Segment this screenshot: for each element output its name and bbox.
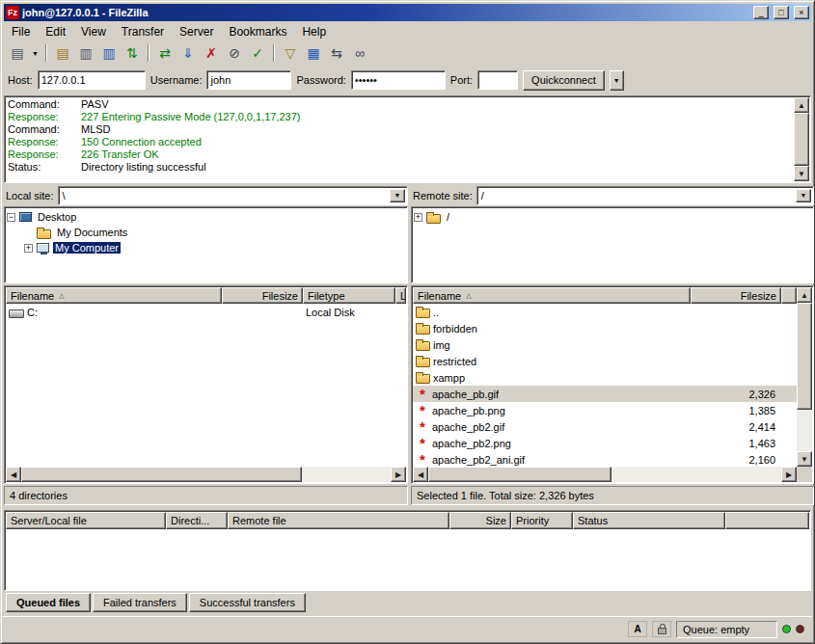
close-button[interactable]: × xyxy=(794,6,809,19)
scroll-down-button[interactable]: ▼ xyxy=(797,451,812,467)
title-bar[interactable]: Fz john@127.0.0.1 - FileZilla _ □ × xyxy=(4,4,811,21)
remote-tree-icon: ▥ xyxy=(102,45,115,61)
directory-comparison-button[interactable]: ▦ xyxy=(302,42,325,64)
remote-file-row[interactable]: restricted xyxy=(413,353,797,369)
site-manager-dropdown-button[interactable]: ▼ xyxy=(29,42,41,64)
scroll-right-button[interactable]: ▶ xyxy=(391,467,406,482)
toggle-queue-button[interactable]: ⇅ xyxy=(121,42,144,64)
scroll-up-button[interactable]: ▲ xyxy=(797,287,812,303)
column-header-filetype[interactable]: Filetype xyxy=(303,287,395,304)
remote-site-row: Remote site: / ▼ xyxy=(411,185,814,205)
tree-item-my-computer[interactable]: + My Computer xyxy=(7,240,405,255)
tree-item-my-documents[interactable]: My Documents xyxy=(7,225,405,240)
remote-horizontal-scrollbar[interactable]: ◀ ▶ xyxy=(413,467,797,482)
remote-site-dropdown-button[interactable]: ▼ xyxy=(796,189,811,202)
tree-item-desktop[interactable]: − Desktop xyxy=(7,209,405,225)
scroll-left-button[interactable]: ◀ xyxy=(6,467,21,482)
tab-successful-transfers[interactable]: Successful transfers xyxy=(189,593,306,612)
scroll-up-button[interactable]: ▲ xyxy=(794,97,809,113)
log-vertical-scrollbar[interactable]: ▲ ▼ xyxy=(794,97,809,181)
find-files-button[interactable]: ∞ xyxy=(348,42,371,64)
remote-status-text: Selected 1 file. Total size: 2,326 bytes xyxy=(411,486,814,505)
maximize-button[interactable]: □ xyxy=(774,6,789,19)
scroll-right-button[interactable]: ▶ xyxy=(781,467,797,482)
local-site-combobox[interactable]: \ ▼ xyxy=(58,186,408,205)
remote-file-row-selected[interactable]: *apache_pb.gif 2,326 xyxy=(413,386,797,402)
site-manager-button[interactable]: ▤ xyxy=(6,42,29,64)
transfer-queue: Server/Local file Directi... Remote file… xyxy=(4,510,811,591)
menu-transfer[interactable]: Transfer xyxy=(114,23,172,40)
file-name: apache_pb2_ani.gif xyxy=(432,454,525,466)
remote-file-row[interactable]: .. xyxy=(413,304,797,320)
remote-file-row[interactable]: *apache_pb2.gif 2,414 xyxy=(413,418,797,435)
remote-file-row[interactable]: forbidden xyxy=(413,320,797,336)
disconnect-button[interactable]: ⊘ xyxy=(223,42,246,64)
file-type-cell: Local Disk xyxy=(303,307,395,318)
expand-toggle-icon[interactable]: + xyxy=(414,213,422,222)
filter-button[interactable]: ▽ xyxy=(279,42,302,64)
toggle-message-log-button[interactable]: ▤ xyxy=(51,42,74,64)
remote-file-row[interactable]: img xyxy=(413,336,797,353)
password-input[interactable] xyxy=(351,70,446,90)
scrollbar-track[interactable] xyxy=(797,303,812,451)
remote-site-combobox[interactable]: / ▼ xyxy=(476,186,814,205)
host-input[interactable] xyxy=(38,70,146,90)
tab-failed-transfers[interactable]: Failed transfers xyxy=(93,593,187,612)
window-title: john@127.0.0.1 - FileZilla xyxy=(22,7,748,18)
scrollbar-track[interactable] xyxy=(21,467,391,482)
username-input[interactable] xyxy=(206,70,291,90)
column-header-filename[interactable]: Filename△ xyxy=(413,287,691,304)
scrollbar-thumb[interactable] xyxy=(21,467,302,482)
remote-file-row[interactable]: *apache_pb2_ani.gif 2,160 xyxy=(413,451,797,467)
file-name: C: xyxy=(27,307,38,318)
local-horizontal-scrollbar[interactable]: ◀ ▶ xyxy=(6,467,406,482)
scroll-down-button[interactable]: ▼ xyxy=(794,166,809,181)
process-queue-button[interactable]: ⇓ xyxy=(177,42,200,64)
menu-edit[interactable]: Edit xyxy=(38,23,73,40)
menu-bookmarks[interactable]: Bookmarks xyxy=(221,23,294,40)
column-header-filesize[interactable]: Filesize xyxy=(691,287,781,304)
quickconnect-dropdown-button[interactable]: ▼ xyxy=(610,70,624,91)
scrollbar-track[interactable] xyxy=(428,467,781,482)
file-name-cell: *apache_pb2.gif xyxy=(413,419,691,434)
column-header-filesize[interactable]: Filesize xyxy=(222,287,303,304)
toggle-local-tree-button[interactable]: ▥ xyxy=(74,42,97,64)
scroll-left-button[interactable]: ◀ xyxy=(413,467,428,482)
expand-toggle-icon[interactable]: + xyxy=(24,244,33,253)
remote-file-row[interactable]: *apache_pb2.png 1,463 xyxy=(413,435,797,451)
column-header-server-local-file[interactable]: Server/Local file xyxy=(6,512,166,529)
tab-queued-files[interactable]: Queued files xyxy=(6,593,91,612)
column-header-direction[interactable]: Directi... xyxy=(166,512,228,529)
scrollbar-thumb[interactable] xyxy=(428,467,611,482)
menu-view[interactable]: View xyxy=(73,23,114,40)
toolbar-separator xyxy=(273,44,275,62)
password-label: Password: xyxy=(296,74,345,86)
sync-browsing-button[interactable]: ⇆ xyxy=(325,42,348,64)
scrollbar-thumb[interactable] xyxy=(794,113,809,166)
remote-file-row[interactable]: *apache_pb.png 1,385 xyxy=(413,402,797,418)
toggle-remote-tree-button[interactable]: ▥ xyxy=(97,42,121,64)
reconnect-button[interactable]: ✓ xyxy=(246,42,269,64)
remote-vertical-scrollbar[interactable]: ▲ ▼ xyxy=(797,287,812,467)
tree-item-root[interactable]: + / xyxy=(414,209,811,225)
column-header-size[interactable]: Size xyxy=(449,512,511,529)
column-header-filename[interactable]: Filename△ xyxy=(6,287,222,304)
refresh-button[interactable]: ⇄ xyxy=(153,42,177,64)
column-header-lastmodified[interactable]: L xyxy=(395,287,406,304)
minimize-button[interactable]: _ xyxy=(753,6,769,19)
local-file-row[interactable]: C: Local Disk xyxy=(6,304,406,320)
column-header-priority[interactable]: Priority xyxy=(511,512,573,529)
quickconnect-button[interactable]: Quickconnect xyxy=(523,70,605,91)
column-header-status[interactable]: Status xyxy=(573,512,725,529)
scrollbar-track[interactable] xyxy=(794,113,809,166)
local-site-dropdown-button[interactable]: ▼ xyxy=(390,189,405,202)
cancel-operation-button[interactable]: ✗ xyxy=(200,42,223,64)
menu-server[interactable]: Server xyxy=(172,23,221,40)
menu-file[interactable]: File xyxy=(4,23,38,40)
collapse-toggle-icon[interactable]: − xyxy=(7,213,15,222)
column-header-remote-file[interactable]: Remote file xyxy=(228,512,449,529)
remote-file-row[interactable]: xampp xyxy=(413,369,797,386)
menu-help[interactable]: Help xyxy=(294,23,334,40)
scrollbar-thumb[interactable] xyxy=(797,303,812,410)
port-input[interactable] xyxy=(477,70,518,90)
